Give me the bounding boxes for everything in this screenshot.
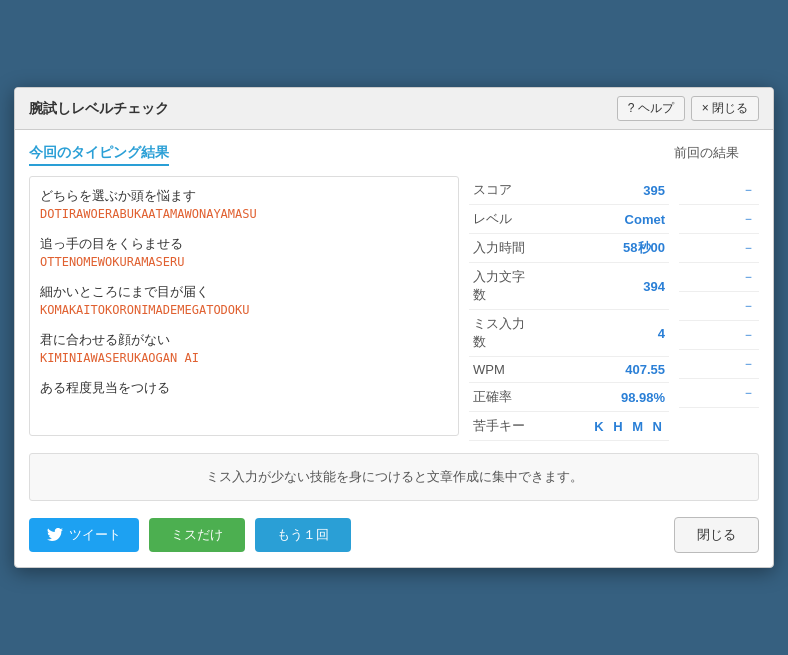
prev-val-7: － bbox=[679, 350, 759, 379]
tweet-label: ツイート bbox=[69, 526, 121, 544]
stat-row-stiff: 苦手キー K H M N bbox=[469, 412, 669, 441]
stat-label-chars: 入力文字数 bbox=[469, 263, 539, 310]
twitter-icon bbox=[47, 528, 63, 542]
prev-val-6: － bbox=[679, 321, 759, 350]
prev-val-5: － bbox=[679, 292, 759, 321]
stat-row-score: スコア 395 bbox=[469, 176, 669, 205]
typing-results-panel: どちらを選ぶか頭を悩ます DOTIRAWOERABUKAATAMAWONAYAM… bbox=[29, 176, 459, 436]
prev-row-8: － bbox=[679, 379, 759, 408]
stat-value-chars: 394 bbox=[539, 263, 669, 310]
content-area: どちらを選ぶか頭を悩ます DOTIRAWOERABUKAATAMAWONAYAM… bbox=[29, 176, 759, 441]
prev-results-heading: 前回の結果 bbox=[674, 144, 739, 166]
prev-row-2: － bbox=[679, 205, 759, 234]
phrase-en-2: OTTENOMEWOKURAMASERU bbox=[40, 255, 448, 269]
miss-button[interactable]: ミスだけ bbox=[149, 518, 245, 552]
modal-header: 腕試しレベルチェック ? ヘルプ × 閉じる bbox=[15, 88, 773, 130]
prev-table: － － － － － － － － bbox=[679, 176, 759, 408]
dismiss-button[interactable]: 閉じる bbox=[674, 517, 759, 553]
stat-label-miss: ミス入力数 bbox=[469, 310, 539, 357]
prev-val-8: － bbox=[679, 379, 759, 408]
stat-row-chars: 入力文字数 394 bbox=[469, 263, 669, 310]
stat-label-time: 入力時間 bbox=[469, 234, 539, 263]
phrase-en-1: DOTIRAWOERABUKAATAMAWONAYAMASU bbox=[40, 207, 448, 221]
phrase-block-2: 追っ手の目をくらませる OTTENOMEWOKURAMASERU bbox=[40, 235, 448, 269]
stats-table: スコア 395 レベル Comet 入力時間 58秒00 入力文字数 bbox=[469, 176, 669, 441]
phrase-ja-5: ある程度見当をつける bbox=[40, 379, 448, 397]
phrase-block-4: 君に合わせる顔がない KIMINIAWASERUKAOGAN AI bbox=[40, 331, 448, 365]
phrase-en-4: KIMINIAWASERUKAOGAN AI bbox=[40, 351, 448, 365]
stat-row-level: レベル Comet bbox=[469, 205, 669, 234]
prev-row-6: － bbox=[679, 321, 759, 350]
prev-row-3: － bbox=[679, 234, 759, 263]
close-button[interactable]: × 閉じる bbox=[691, 96, 759, 121]
stat-value-stiff: K H M N bbox=[539, 412, 669, 441]
prev-val-1: － bbox=[679, 176, 759, 205]
tweet-button[interactable]: ツイート bbox=[29, 518, 139, 552]
stat-label-wpm: WPM bbox=[469, 357, 539, 383]
prev-row-5: － bbox=[679, 292, 759, 321]
phrase-block-3: 細かいところにまで目が届く KOMAKAITOKORONIMADEMEGATOD… bbox=[40, 283, 448, 317]
stat-value-miss: 4 bbox=[539, 310, 669, 357]
phrase-ja-1: どちらを選ぶか頭を悩ます bbox=[40, 187, 448, 205]
prev-panel: － － － － － － － － bbox=[679, 176, 759, 441]
advice-box: ミス入力が少ない技能を身につけると文章作成に集中できます。 bbox=[29, 453, 759, 501]
phrase-en-3: KOMAKAITOKORONIMADEMEGATODOKU bbox=[40, 303, 448, 317]
section-header: 今回のタイピング結果 前回の結果 bbox=[29, 144, 759, 166]
advice-text: ミス入力が少ない技能を身につけると文章作成に集中できます。 bbox=[206, 469, 583, 484]
phrase-ja-2: 追っ手の目をくらませる bbox=[40, 235, 448, 253]
phrase-ja-4: 君に合わせる顔がない bbox=[40, 331, 448, 349]
stat-label-level: レベル bbox=[469, 205, 539, 234]
prev-val-2: － bbox=[679, 205, 759, 234]
prev-row-4: － bbox=[679, 263, 759, 292]
prev-row-7: － bbox=[679, 350, 759, 379]
typing-scroll[interactable]: どちらを選ぶか頭を悩ます DOTIRAWOERABUKAATAMAWONAYAM… bbox=[30, 177, 458, 427]
stat-row-wpm: WPM 407.55 bbox=[469, 357, 669, 383]
header-buttons: ? ヘルプ × 閉じる bbox=[617, 96, 759, 121]
stat-value-level: Comet bbox=[539, 205, 669, 234]
phrase-block-5: ある程度見当をつける bbox=[40, 379, 448, 397]
button-row: ツイート ミスだけ もう１回 閉じる bbox=[29, 517, 759, 553]
stat-value-time: 58秒00 bbox=[539, 234, 669, 263]
stat-label-score: スコア bbox=[469, 176, 539, 205]
prev-val-4: － bbox=[679, 263, 759, 292]
stat-label-stiff: 苦手キー bbox=[469, 412, 539, 441]
again-button[interactable]: もう１回 bbox=[255, 518, 351, 552]
stat-value-accuracy: 98.98% bbox=[539, 383, 669, 412]
prev-row-1: － bbox=[679, 176, 759, 205]
prev-val-3: － bbox=[679, 234, 759, 263]
phrase-ja-3: 細かいところにまで目が届く bbox=[40, 283, 448, 301]
help-button[interactable]: ? ヘルプ bbox=[617, 96, 685, 121]
current-results-heading: 今回のタイピング結果 bbox=[29, 144, 169, 166]
modal-dialog: 腕試しレベルチェック ? ヘルプ × 閉じる 今回のタイピング結果 前回の結果 … bbox=[14, 87, 774, 568]
stat-row-accuracy: 正確率 98.98% bbox=[469, 383, 669, 412]
stat-label-accuracy: 正確率 bbox=[469, 383, 539, 412]
phrase-block-1: どちらを選ぶか頭を悩ます DOTIRAWOERABUKAATAMAWONAYAM… bbox=[40, 187, 448, 221]
stat-row-miss: ミス入力数 4 bbox=[469, 310, 669, 357]
stat-value-score: 395 bbox=[539, 176, 669, 205]
modal-overlay: 腕試しレベルチェック ? ヘルプ × 閉じる 今回のタイピング結果 前回の結果 … bbox=[0, 0, 788, 655]
modal-title: 腕試しレベルチェック bbox=[29, 100, 169, 118]
modal-body: 今回のタイピング結果 前回の結果 どちらを選ぶか頭を悩ます DOTIRAWOER… bbox=[15, 130, 773, 567]
stats-panel: スコア 395 レベル Comet 入力時間 58秒00 入力文字数 bbox=[469, 176, 669, 441]
stat-row-time: 入力時間 58秒00 bbox=[469, 234, 669, 263]
stat-value-wpm: 407.55 bbox=[539, 357, 669, 383]
